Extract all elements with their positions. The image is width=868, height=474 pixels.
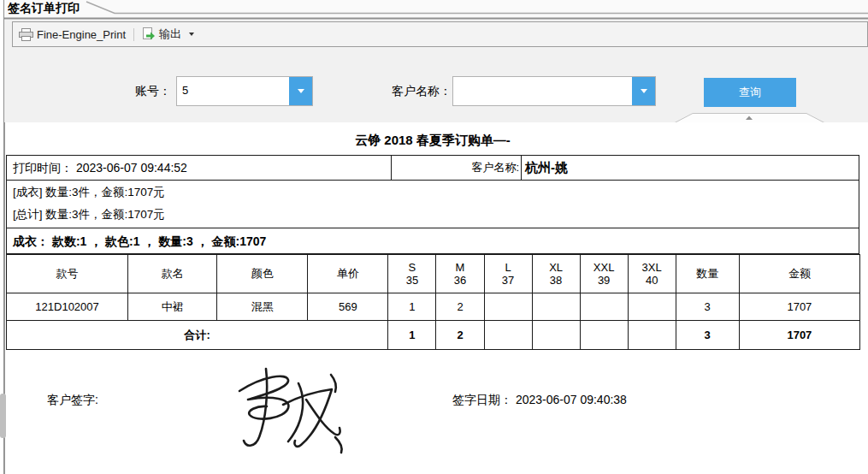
printer-icon: [19, 28, 33, 41]
dropdown-arrow-icon: [298, 89, 304, 93]
cell-size-3xl: [628, 293, 676, 321]
col-header-quantity: 数量: [676, 255, 739, 293]
tab-order-print[interactable]: 签名订单打印: [8, 1, 80, 16]
customer-label: 客户名称：: [362, 84, 452, 99]
order-table: 款号 款名 颜色 单价 S35 M36 L37 XL38 XXL39 3XL40…: [6, 254, 860, 350]
col-header-unit-price: 单价: [308, 255, 388, 293]
col-header-amount: 金额: [739, 255, 859, 293]
cell-color: 混黑: [217, 293, 308, 321]
cell-quantity: 3: [676, 293, 739, 321]
tab-outline: [4, 0, 868, 20]
order-document: 云铮 2018 春夏季订购单—- 打印时间： 2023-06-07 09:44:…: [4, 122, 868, 474]
document-info-row: 打印时间： 2023-06-07 09:44:52 客户名称: 杭州-姚: [6, 155, 859, 181]
summary-line-garment: [成衣] 数量:3件，金额:1707元: [13, 181, 859, 204]
table-total-row: 合计: 1 2 3 1707: [7, 321, 860, 350]
col-header-size-xl: XL38: [532, 255, 580, 293]
cell-size-xxl: [580, 293, 628, 321]
cell-amount: 1707: [739, 293, 859, 321]
col-header-style-name: 款名: [128, 255, 217, 293]
signature-date: 签字日期： 2023-06-07 09:40:38: [452, 393, 627, 408]
signature-date-label: 签字日期：: [452, 393, 512, 406]
signature-date-value: 2023-06-07 09:40:38: [516, 393, 627, 406]
left-scrollbar-thumb[interactable]: [0, 394, 6, 438]
table-header-row: 款号 款名 颜色 单价 S35 M36 L37 XL38 XXL39 3XL40…: [7, 255, 860, 293]
dropdown-caret-icon: [189, 33, 194, 36]
cell-size-xl: [532, 293, 580, 321]
col-header-size-m: M36: [436, 255, 484, 293]
print-time-value: 2023-06-07 09:44:52: [76, 161, 187, 175]
search-button[interactable]: 查询: [704, 78, 796, 107]
total-size-l: [484, 321, 532, 350]
customer-value[interactable]: [453, 77, 632, 105]
col-header-color: 颜色: [217, 255, 308, 293]
total-size-m: 2: [436, 321, 484, 350]
table-row: 121D102007 中裙 混黑 569 1 2 3 1707: [7, 293, 860, 321]
customer-signature-label: 客户签字:: [47, 393, 98, 408]
signature-image: [205, 352, 363, 459]
print-time-cell: 打印时间： 2023-06-07 09:44:52: [7, 156, 391, 180]
cell-style-no: 121D102007: [7, 293, 128, 321]
col-header-style-no: 款号: [7, 255, 128, 293]
total-size-3xl: [628, 321, 676, 350]
tab-strip: 签名订单打印: [4, 0, 868, 20]
cell-unit-price: 569: [308, 293, 388, 321]
col-header-size-3xl: 3XL40: [628, 255, 676, 293]
signature-area: 客户签字: 签字日期：: [6, 350, 859, 465]
toolbar: Fine-Engine_Print 输出: [12, 21, 868, 47]
customer-dropdown-button[interactable]: [632, 77, 655, 105]
col-header-size-l: L37: [484, 255, 532, 293]
col-header-size-xxl: XXL39: [580, 255, 628, 293]
total-amount: 1707: [739, 321, 859, 350]
customer-combobox[interactable]: [452, 76, 656, 106]
print-engine-label: Fine-Engine_Print: [37, 28, 126, 41]
app-window: 签名订单打印 Fine-Engine_Print 输出: [0, 0, 868, 474]
export-button[interactable]: 输出: [142, 27, 194, 42]
cell-size-s: 1: [388, 293, 436, 321]
total-size-xxl: [580, 321, 628, 350]
customer-name-value: 杭州-姚: [521, 156, 859, 180]
account-value[interactable]: 5: [177, 77, 289, 105]
print-time-label: 打印时间：: [13, 161, 73, 175]
cell-size-m: 2: [436, 293, 484, 321]
account-dropdown-button[interactable]: [289, 77, 312, 105]
summary-line-total: [总计] 数量:3件，金额:1707元: [13, 204, 859, 226]
document-title: 云铮 2018 春夏季订购单—-: [6, 133, 859, 155]
summary-box: [成衣] 数量:3件，金额:1707元 [总计] 数量:3件，金额:1707元: [6, 181, 859, 228]
category-summary: 成衣： 款数:1 ， 款色:1 ， 数量:3 ， 金额:1707: [6, 228, 859, 254]
col-header-size-s: S35: [388, 255, 436, 293]
customer-name-label: 客户名称:: [391, 156, 521, 180]
total-size-xl: [532, 321, 580, 350]
cell-style-name: 中裙: [128, 293, 217, 321]
cell-size-l: [484, 293, 532, 321]
account-combobox[interactable]: 5: [176, 76, 313, 106]
main-panel: Fine-Engine_Print 输出 账号： 5 客户名称：: [4, 20, 868, 474]
total-quantity: 3: [676, 321, 739, 350]
toolbar-separator: [133, 28, 134, 41]
total-size-s: 1: [388, 321, 436, 350]
export-label: 输出: [159, 27, 181, 42]
dropdown-arrow-icon: [641, 89, 647, 93]
print-engine-button[interactable]: Fine-Engine_Print: [19, 28, 126, 41]
export-icon: [142, 27, 156, 41]
account-label: 账号：: [94, 84, 171, 99]
total-label: 合计:: [7, 321, 388, 350]
